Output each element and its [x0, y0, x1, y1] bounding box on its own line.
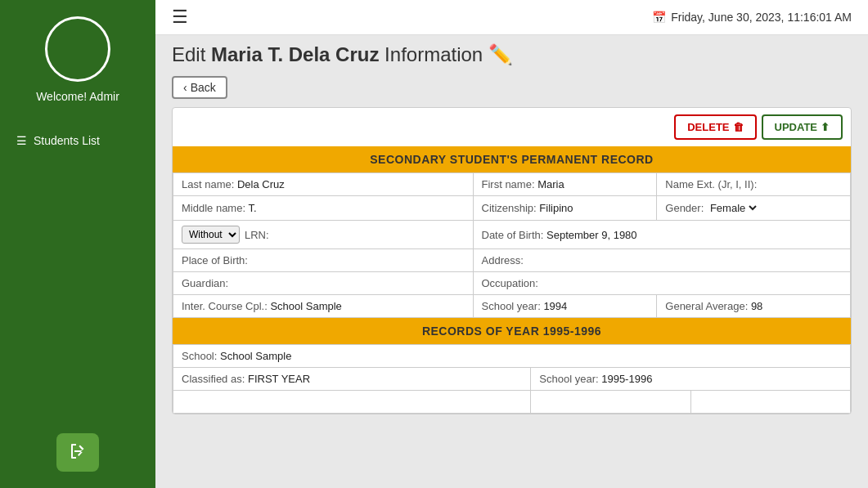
citizenship-cell: Citizenship: Filipino [473, 196, 657, 221]
classified-as-cell: Classified as: FIRST YEAR [173, 368, 531, 391]
school-year2-label: School year: [539, 373, 598, 385]
inter-course-label: Inter. Course Cpl.: [182, 300, 268, 312]
delete-button[interactable]: DELETE 🗑 [674, 114, 756, 140]
general-avg-cell: General Average: 98 [657, 295, 851, 318]
empty-cell-2 [531, 391, 690, 414]
middle-name-cell: Middle name: T. [173, 196, 474, 221]
sidebar-item-label: Students List [34, 134, 100, 147]
sidebar: Welcome! Admir ☰ Students List [0, 0, 155, 488]
general-avg-value: 98 [751, 300, 762, 312]
empty-cell-3 [690, 391, 850, 414]
occupation-label: Occupation: [482, 277, 538, 289]
records-table-2: School: School Sample Classified as: FIR… [173, 344, 851, 414]
lrn-cell: Without With LRN: [173, 221, 474, 249]
record-table: Last name: Dela Cruz First name: Maria N… [173, 172, 851, 318]
table-row: Classified as: FIRST YEAR School year: 1… [173, 368, 851, 391]
datetime-display: 📅 Friday, June 30, 2023, 11:16:01 AM [652, 11, 852, 24]
section1-header: SECONDARY STUDENT'S PERMANENT RECORD [173, 146, 851, 172]
update-button[interactable]: UPDATE ⬆ [762, 114, 843, 140]
dob-label: Date of Birth: [482, 229, 544, 241]
guardian-label: Guardian: [182, 277, 228, 289]
pob-label: Place of Birth: [182, 254, 248, 266]
student-name: Maria T. Dela Cruz [211, 43, 379, 65]
lrn-label: LRN: [245, 229, 269, 241]
first-name-label: First name: [482, 178, 535, 190]
table-row: Without With LRN: Date of Birth: Septemb… [173, 221, 851, 249]
school-year2-cell: School year: 1995-1996 [531, 368, 851, 391]
citizenship-label: Citizenship: [482, 202, 537, 214]
calendar-icon: 📅 [652, 11, 666, 24]
empty-cell-1 [173, 391, 531, 414]
school-year2-value: 1995-1996 [601, 373, 652, 385]
gender-cell: Gender: Female Male [657, 196, 851, 221]
middle-name-value: T. [248, 202, 256, 214]
table-row: School: School Sample [173, 345, 851, 368]
inter-course-cell: Inter. Course Cpl.: School Sample [173, 295, 474, 318]
first-name-cell: First name: Maria [473, 173, 657, 196]
hamburger-icon[interactable]: ☰ [172, 7, 188, 28]
school-cell: School: School Sample [173, 345, 851, 368]
action-buttons: DELETE 🗑 UPDATE ⬆ [173, 108, 851, 146]
gender-label: Gender: [665, 202, 704, 214]
back-button[interactable]: ‹ Back [172, 76, 227, 99]
inter-course-value: School Sample [270, 300, 341, 312]
school-year-label: School year: [482, 300, 541, 312]
classified-as-label: Classified as: [182, 373, 245, 385]
section2-header: RECORDS OF YEAR 1995-1996 [173, 318, 851, 344]
occupation-cell: Occupation: [473, 272, 851, 295]
name-ext-label: Name Ext. (Jr, I, II): [665, 178, 757, 190]
dob-value: September 9, 1980 [546, 229, 637, 241]
list-icon: ☰ [16, 134, 27, 147]
page-title: Edit Maria T. Dela Cruz Information ✏️ [172, 43, 852, 66]
last-name-label: Last name: [182, 178, 234, 190]
school-year-cell: School year: 1994 [473, 295, 657, 318]
sidebar-item-students-list[interactable]: ☰ Students List [8, 128, 147, 154]
name-ext-cell: Name Ext. (Jr, I, II): [657, 173, 851, 196]
school-year-value: 1994 [543, 300, 567, 312]
gender-select[interactable]: Female Male [707, 201, 759, 215]
general-avg-label: General Average: [665, 300, 748, 312]
last-name-value: Dela Cruz [237, 178, 285, 190]
first-name-value: Maria [537, 178, 564, 190]
upload-icon: ⬆ [821, 121, 830, 133]
dob-cell: Date of Birth: September 9, 1980 [473, 221, 851, 249]
topbar: ☰ 📅 Friday, June 30, 2023, 11:16:01 AM [155, 0, 868, 35]
logout-button[interactable] [56, 433, 99, 472]
update-label: UPDATE [775, 121, 817, 133]
trash-icon: 🗑 [733, 121, 744, 133]
table-row: Middle name: T. Citizenship: Filipino Ge… [173, 196, 851, 221]
table-row: Guardian: Occupation: [173, 272, 851, 295]
delete-label: DELETE [687, 121, 729, 133]
page-content: Edit Maria T. Dela Cruz Information ✏️ ‹… [155, 35, 868, 488]
main-content: ☰ 📅 Friday, June 30, 2023, 11:16:01 AM E… [155, 0, 868, 488]
record-card: DELETE 🗑 UPDATE ⬆ SECONDARY STUDENT'S PE… [172, 107, 852, 414]
title-prefix: Edit [172, 43, 205, 65]
school-value: School Sample [220, 350, 291, 362]
address-label: Address: [482, 254, 524, 266]
sidebar-nav: ☰ Students List [8, 128, 147, 154]
avatar [45, 16, 110, 82]
citizenship-value: Filipino [539, 202, 573, 214]
last-name-cell: Last name: Dela Cruz [173, 173, 474, 196]
table-row: Inter. Course Cpl.: School Sample School… [173, 295, 851, 318]
table-row [173, 391, 851, 414]
school-label: School: [182, 350, 217, 362]
classified-as-value: FIRST YEAR [248, 373, 310, 385]
address-cell: Address: [473, 249, 851, 272]
middle-name-label: Middle name: [182, 202, 245, 214]
welcome-text: Welcome! Admir [36, 90, 119, 103]
pob-cell: Place of Birth: [173, 249, 474, 272]
guardian-cell: Guardian: [173, 272, 474, 295]
table-row: Place of Birth: Address: [173, 249, 851, 272]
datetime-text: Friday, June 30, 2023, 11:16:01 AM [671, 11, 852, 24]
table-row: Last name: Dela Cruz First name: Maria N… [173, 173, 851, 196]
lrn-type-select[interactable]: Without With [182, 226, 240, 244]
title-suffix: Information ✏️ [385, 43, 513, 65]
logout-icon [68, 451, 88, 463]
